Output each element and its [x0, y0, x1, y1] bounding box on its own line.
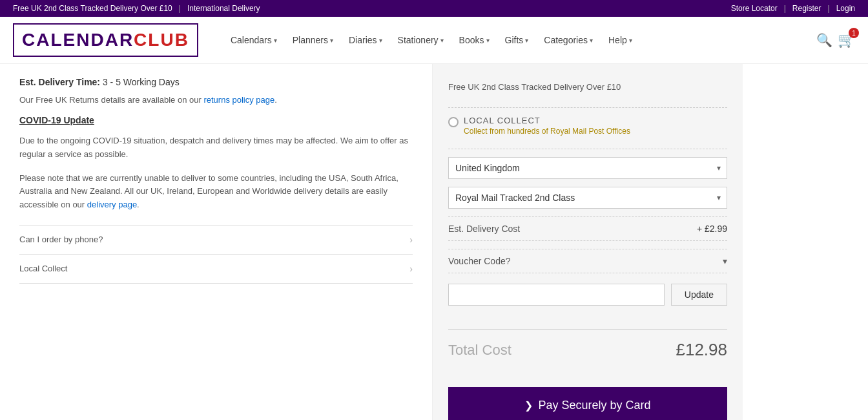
chevron-down-icon: ▾ [525, 37, 528, 44]
chevron-down-icon: ▾ [723, 256, 727, 266]
pay-btn-label: Pay Securely by Card [538, 399, 650, 412]
country-select[interactable]: United Kingdom Ireland France Germany US… [448, 157, 727, 179]
logo-club-text: CLUB [134, 30, 189, 50]
returns-prefix: Our Free UK Returns details are availabl… [19, 95, 203, 105]
est-delivery-cost-label: Est. Delivery Cost [448, 224, 520, 234]
banner-divider: | [179, 4, 181, 13]
free-delivery-banner-text: Free UK 2nd Class Tracked Delivery Over … [448, 82, 621, 92]
faq-section: Can I order by phone? › Local Collect › [19, 225, 413, 284]
chevron-right-icon: › [409, 264, 413, 274]
shipping-select-wrapper: Royal Mail Tracked 2nd Class Royal Mail … [448, 187, 727, 209]
faq-item-local-collect[interactable]: Local Collect › [19, 254, 413, 284]
returns-suffix: . [274, 95, 277, 105]
delivery-page-link[interactable]: delivery page [87, 200, 137, 209]
nav-books[interactable]: Books ▾ [453, 31, 496, 49]
header-icons: 🔍 🛒 1 [816, 32, 855, 48]
returns-text: Our Free UK Returns details are availabl… [19, 95, 413, 105]
main-nav: Calendars ▾ Planners ▾ Diaries ▾ Station… [224, 31, 810, 49]
main-content: Est. Delivery Time: 3 - 5 Working Days O… [0, 64, 868, 420]
pay-securely-button[interactable]: ❯ Pay Securely by Card [448, 387, 727, 420]
logo-calendar-text: CALENDAR [22, 30, 134, 50]
right-panel: Free UK 2nd Class Tracked Delivery Over … [433, 64, 743, 420]
est-delivery-cost-value: + £2.99 [697, 224, 727, 234]
local-collect-radio[interactable] [448, 117, 459, 127]
voucher-input-row: Update [448, 284, 727, 306]
total-cost-row: Total Cost £12.98 [448, 329, 727, 370]
chevron-down-icon: ▾ [379, 37, 382, 44]
delivery-cost-row: Est. Delivery Cost + £2.99 [448, 216, 727, 241]
free-delivery-text: Free UK 2nd Class Tracked Delivery Over … [13, 4, 172, 13]
nav-stationery[interactable]: Stationery ▾ [391, 31, 450, 49]
country-select-wrapper: United Kingdom Ireland France Germany US… [448, 157, 727, 179]
cart-button[interactable]: 🛒 1 [838, 32, 855, 48]
search-icon[interactable]: 🔍 [816, 32, 832, 48]
banner-divider-3: | [828, 4, 830, 13]
shipping-select[interactable]: Royal Mail Tracked 2nd Class Royal Mail … [448, 187, 727, 209]
header: CALENDAR CLUB Calendars ▾ Planners ▾ Dia… [0, 17, 868, 64]
est-delivery-label: Est. Delivery Time: [19, 77, 100, 87]
faq-phone-label: Can I order by phone? [19, 235, 103, 244]
chevron-down-icon: ▾ [274, 37, 277, 44]
covid-para-2-start: Please note that we are currently unable… [19, 173, 398, 210]
total-cost-label: Total Cost [448, 342, 512, 359]
chevron-down-icon: ▾ [590, 37, 593, 44]
chevron-right-icon: › [409, 235, 413, 245]
nav-calendars[interactable]: Calendars ▾ [224, 31, 284, 49]
banner-divider-2: | [784, 4, 786, 13]
top-banner-right: Store Locator | Register | Login [731, 4, 855, 13]
total-cost-section: Total Cost £12.98 [448, 319, 727, 381]
total-cost-value: £12.98 [676, 340, 727, 360]
faq-local-collect-label: Local Collect [19, 264, 67, 273]
cart-badge: 1 [849, 28, 859, 38]
nav-help[interactable]: Help ▾ [602, 31, 639, 49]
divider-1 [448, 107, 727, 108]
local-collect-section: LOCAL COLLECT Collect from hundreds of R… [448, 116, 727, 136]
chevron-down-icon: ▾ [486, 37, 490, 44]
covid-para-2-end: . [137, 200, 140, 209]
local-collect-text: LOCAL COLLECT Collect from hundreds of R… [464, 116, 630, 136]
update-button[interactable]: Update [671, 284, 727, 306]
nav-diaries[interactable]: Diaries ▾ [342, 31, 389, 49]
voucher-row[interactable]: Voucher Code? ▾ [448, 249, 727, 273]
chevron-down-icon: ▾ [440, 37, 444, 44]
login-link[interactable]: Login [836, 4, 855, 13]
nav-gifts[interactable]: Gifts ▾ [499, 31, 535, 49]
chevron-down-icon: ▾ [629, 37, 632, 44]
nav-categories[interactable]: Categories ▾ [537, 31, 599, 49]
register-link[interactable]: Register [792, 4, 822, 13]
free-delivery-banner: Free UK 2nd Class Tracked Delivery Over … [448, 77, 727, 97]
returns-policy-link[interactable]: returns policy page [203, 95, 274, 105]
nav-planners[interactable]: Planners ▾ [286, 31, 340, 49]
covid-para-1: Due to the ongoing COVID-19 situation, d… [19, 134, 413, 162]
voucher-label: Voucher Code? [448, 256, 511, 266]
store-locator-link[interactable]: Store Locator [731, 4, 778, 13]
faq-item-phone[interactable]: Can I order by phone? › [19, 225, 413, 254]
divider-2 [448, 149, 727, 149]
logo[interactable]: CALENDAR CLUB [13, 23, 198, 57]
top-banner-left: Free UK 2nd Class Tracked Delivery Over … [13, 4, 260, 13]
est-delivery-value: 3 - 5 Working Days [103, 77, 180, 87]
covid-title[interactable]: COVID-19 Update [19, 115, 413, 125]
covid-para-2: Please note that we are currently unable… [19, 172, 413, 212]
local-collect-subtitle: Collect from hundreds of Royal Mail Post… [464, 127, 630, 136]
top-banner: Free UK 2nd Class Tracked Delivery Over … [0, 0, 868, 17]
arrow-right-icon: ❯ [524, 399, 533, 412]
est-delivery-line: Est. Delivery Time: 3 - 5 Working Days [19, 77, 413, 87]
local-collect-title: LOCAL COLLECT [464, 116, 630, 125]
chevron-down-icon: ▾ [330, 37, 333, 44]
left-panel: Est. Delivery Time: 3 - 5 Working Days O… [0, 64, 433, 420]
voucher-input[interactable] [448, 284, 665, 306]
international-delivery-text: International Delivery [187, 4, 260, 13]
